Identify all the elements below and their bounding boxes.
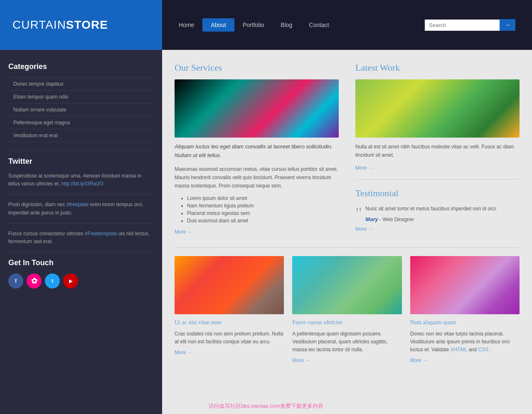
- latest-work-text: Nulla at est sit amet nibh faucibus mole…: [355, 143, 520, 160]
- bottom-text-0: Cras sodales nisi non sem pretium pretiu…: [175, 330, 284, 346]
- sidebar-divider-4: [8, 252, 154, 252]
- bottom-text-2: Donec non leo vitae turpis lacinia place…: [410, 330, 520, 354]
- latest-work-more-arrow: →: [368, 165, 373, 170]
- category-list: Donec tempor dapibus Etiam tempus quam o…: [8, 77, 154, 142]
- bottom-more-link-2[interactable]: More →: [410, 357, 428, 363]
- sidebar-divider-2: [8, 194, 154, 195]
- nav-area: Home About Portfolio Blog Contact →: [162, 18, 532, 32]
- bottom-img-1: [292, 256, 401, 314]
- search-input[interactable]: [425, 20, 500, 31]
- nav-portfolio[interactable]: Portfolio: [234, 18, 272, 32]
- testimonial-more-label: More: [355, 226, 367, 232]
- flickr-icon[interactable]: ✿: [27, 274, 42, 288]
- bottom-img-2: [410, 256, 520, 314]
- get-in-touch-title: Get In Touch: [8, 259, 154, 267]
- logo-thick: STORE: [66, 18, 108, 31]
- services-more-link[interactable]: More →: [175, 229, 192, 235]
- services-image: [175, 79, 339, 138]
- category-item-4[interactable]: Vestibulum erat erat: [8, 129, 154, 142]
- services-col: Our Services Aliquam luctus leo eget dia…: [175, 62, 339, 235]
- testimonial-box: " Nunc sit amet tortor et metus faucibus…: [355, 205, 520, 213]
- category-item-0[interactable]: Donec tempor dapibus: [8, 77, 154, 91]
- sidebar: Categories Donec tempor dapibus Etiam te…: [0, 50, 162, 414]
- twitter-tweet-2: Fusce cursus consectetur ultricies #Free…: [8, 230, 154, 246]
- category-item-3[interactable]: Pellentesque eget magna: [8, 116, 154, 129]
- bullet-3: Duis euismod diam sit amet: [187, 218, 339, 224]
- nav-home[interactable]: Home: [170, 18, 202, 32]
- twitter-title: Twitter: [8, 157, 154, 166]
- bullet-2: Placerat metus egestas sem: [187, 210, 339, 216]
- sidebar-divider-1: [8, 150, 154, 151]
- logo-area: CURTAINSTORE: [0, 0, 162, 50]
- nav-about[interactable]: About: [202, 18, 234, 32]
- category-item-2[interactable]: Nullam ornare vulputate: [8, 104, 154, 116]
- facebook-icon[interactable]: f: [8, 274, 23, 288]
- bottom-col-0: Ut ac nisi vitae nunc Cras sodales nisi …: [175, 256, 284, 364]
- bottom-more-link-1[interactable]: More →: [292, 357, 310, 363]
- search-button[interactable]: →: [500, 19, 515, 31]
- bullet-0: Lorem ipsum dolor sit amet: [187, 195, 339, 201]
- latest-work-image: [355, 79, 520, 138]
- twitter-social-icon[interactable]: t: [45, 274, 60, 288]
- testimonial-more-link[interactable]: More →: [355, 226, 373, 232]
- search-area: →: [425, 19, 515, 31]
- twitter-tweet-0: Suspendisse at scelerisque urna. Aenean …: [8, 172, 154, 188]
- sidebar-divider-3: [8, 223, 154, 224]
- bottom-more-link-0[interactable]: More →: [175, 350, 192, 355]
- header: CURTAINSTORE Home About Portfolio Blog C…: [0, 0, 532, 50]
- xhtml-link[interactable]: XHTML: [451, 347, 467, 352]
- latest-work-more-label: More: [355, 165, 367, 171]
- testimonial-more-area: More →: [355, 226, 520, 232]
- logo: CURTAINSTORE: [12, 18, 108, 32]
- main-divider: [175, 247, 520, 248]
- testimonial-author-area: Mary - Web Designer: [355, 216, 520, 222]
- twitter-tweet-1: Proin dignissim, diam nec #freeplate eni…: [8, 201, 154, 217]
- bottom-text-1: A pellentesque quam dignissim posuere. V…: [292, 330, 401, 354]
- testimonial-text: Nunc sit amet tortor et metus faucibus i…: [355, 205, 520, 213]
- nav-blog[interactable]: Blog: [272, 18, 300, 32]
- latest-work-col: Latest Work Nulla at est sit amet nibh f…: [355, 62, 520, 235]
- category-item-1[interactable]: Etiam tempus quam odio: [8, 91, 154, 104]
- testimonial-section: Testimonial " Nunc sit amet tortor et me…: [355, 188, 520, 232]
- services-title: Our Services: [175, 62, 339, 73]
- bottom-col-2: Nam aliquam quam Donec non leo vitae tur…: [410, 256, 520, 364]
- testimonial-title: Testimonial: [355, 188, 520, 199]
- quote-mark: ": [355, 205, 362, 222]
- logo-thin: CURTAIN: [12, 18, 66, 31]
- testimonial-more-arrow: →: [368, 227, 373, 232]
- bottom-title-1: Fusce cursus ultricies: [292, 319, 401, 326]
- services-more-label: More: [175, 229, 186, 235]
- nav-contact[interactable]: Contact: [300, 18, 337, 32]
- services-regular: Maecenas euismod accumsan metus, vitae c…: [175, 165, 339, 190]
- categories-title: Categories: [8, 62, 154, 71]
- latest-work-divider: [355, 179, 520, 180]
- services-more-arrow: →: [187, 229, 192, 234]
- bottom-title-0: Ut ac nisi vitae nunc: [175, 319, 284, 326]
- bottom-col-1: Fusce cursus ultricies A pellentesque qu…: [292, 256, 401, 364]
- bullet-1: Nam fermentum ligula pretium: [187, 203, 339, 209]
- testimonial-author: Mary: [365, 216, 378, 222]
- main-layout: Categories Donec tempor dapibus Etiam te…: [0, 50, 532, 414]
- twitter-link-1[interactable]: #freeplate: [66, 202, 89, 207]
- bottom-three-col: Ut ac nisi vitae nunc Cras sodales nisi …: [175, 256, 520, 364]
- top-two-col: Our Services Aliquam luctus leo eget dia…: [175, 62, 520, 235]
- youtube-icon[interactable]: ▶: [63, 274, 78, 288]
- services-bullets: Lorem ipsum dolor sit amet Nam fermentum…: [175, 195, 339, 224]
- testimonial-role: - Web Designer: [379, 217, 414, 222]
- main-content: Our Services Aliquam luctus leo eget dia…: [162, 50, 532, 414]
- latest-work-more-link[interactable]: More →: [355, 165, 373, 171]
- services-italic: Aliquam luctus leo eget diam convallis a…: [175, 143, 339, 160]
- css-link[interactable]: CSS: [478, 347, 489, 352]
- twitter-link-0[interactable]: http://bit.ly/t3Rw2O: [61, 181, 103, 187]
- latest-work-title: Latest Work: [355, 62, 520, 73]
- social-icons: f ✿ t ▶: [8, 274, 154, 288]
- bottom-img-0: [175, 256, 284, 314]
- twitter-link-2[interactable]: #Freetemplate: [85, 231, 117, 237]
- bottom-title-2: Nam aliquam quam: [410, 319, 520, 326]
